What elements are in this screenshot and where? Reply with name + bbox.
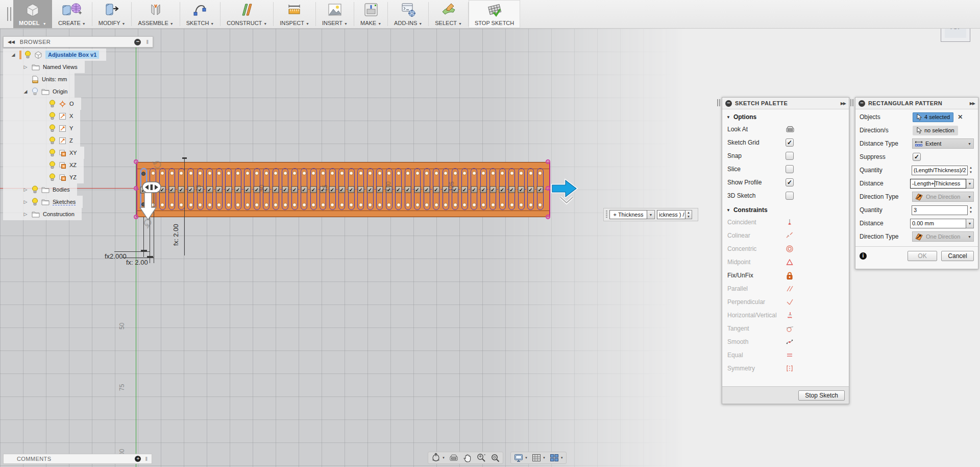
constraint-coincident[interactable]: Coincident xyxy=(722,216,849,229)
tree-row-xy[interactable]: XY xyxy=(3,147,84,159)
sketch-point[interactable] xyxy=(349,203,353,207)
sketch-point[interactable] xyxy=(227,203,231,207)
sketch-point[interactable] xyxy=(189,203,193,207)
sketch-point[interactable] xyxy=(538,171,542,175)
viewports-button[interactable]: ▼ xyxy=(549,453,564,462)
sketch-point[interactable] xyxy=(425,171,429,175)
sketch-point[interactable] xyxy=(292,171,297,175)
minimize-icon[interactable]: − xyxy=(725,100,732,107)
sketch-point[interactable] xyxy=(208,171,212,175)
direction-type-dropdown[interactable]: One Direction▼ xyxy=(912,231,974,242)
tree-row-origin[interactable]: ◢Origin xyxy=(3,85,75,98)
slot-profile[interactable]: ✓ xyxy=(480,168,487,210)
suppress-check-icon[interactable]: ✓ xyxy=(282,186,288,193)
constraint-symmetry[interactable]: Symmetry xyxy=(722,362,849,375)
minimize-icon[interactable]: − xyxy=(134,39,141,45)
sketch-point[interactable] xyxy=(302,203,306,207)
sketch-point[interactable] xyxy=(529,171,533,175)
tree-row-adjustable-box-v1[interactable]: ◢Adjustable Box v1 xyxy=(3,49,106,61)
value-spinner[interactable]: ▲▼ xyxy=(968,166,974,175)
ok-button[interactable]: OK xyxy=(908,251,937,261)
tree-row-bodies[interactable]: ▷Bodies xyxy=(3,183,77,196)
sketch-point[interactable] xyxy=(406,203,410,207)
sketch-point[interactable] xyxy=(283,203,287,207)
sketch-point[interactable] xyxy=(415,171,420,175)
slot-profile[interactable]: ✓ xyxy=(405,168,411,210)
comments-bar[interactable]: COMMENTS + ‖ xyxy=(3,454,152,464)
sketch-point[interactable] xyxy=(472,171,476,175)
look-at-view-button[interactable] xyxy=(449,453,459,462)
suppress-check-icon[interactable]: ✓ xyxy=(405,186,411,193)
sketch-point[interactable] xyxy=(321,203,325,207)
slot-profile[interactable]: ✓ xyxy=(395,168,402,210)
expand-triangle-icon[interactable]: ◢ xyxy=(22,89,29,94)
dimension-label[interactable]: fx2.000 xyxy=(105,252,127,260)
sketch-point[interactable] xyxy=(236,171,240,175)
slot-profile[interactable]: ✓ xyxy=(178,168,185,210)
expand-triangle-icon[interactable]: ◢ xyxy=(10,52,16,57)
constraint-concentric[interactable]: Concentric xyxy=(722,242,849,255)
suppress-check-icon[interactable]: ✓ xyxy=(168,186,175,193)
slot-profile[interactable]: ✓ xyxy=(489,168,496,210)
suppress-check-icon[interactable]: ✓ xyxy=(244,186,251,193)
toolbar-item-make[interactable]: MAKE▼ xyxy=(354,0,387,28)
suppress-check-icon[interactable]: ✓ xyxy=(310,186,317,193)
sketch-point[interactable] xyxy=(255,203,259,207)
suppress-check-icon[interactable]: ✓ xyxy=(291,186,298,193)
tree-row-x[interactable]: X xyxy=(3,110,80,122)
suppress-check-icon[interactable]: ✓ xyxy=(527,186,534,193)
suppress-check-icon[interactable]: ✓ xyxy=(489,186,496,193)
sketch-point[interactable] xyxy=(462,203,467,207)
slot-profile[interactable]: ✓ xyxy=(348,168,355,210)
sketch-point[interactable] xyxy=(472,203,476,207)
sketch-point[interactable] xyxy=(453,171,457,175)
3d-sketch-checkbox[interactable] xyxy=(786,192,794,200)
slot-profile[interactable]: ✓ xyxy=(291,168,298,210)
sketch-point[interactable] xyxy=(189,171,193,175)
panel-drag-grip[interactable] xyxy=(850,99,853,106)
sketch-point[interactable] xyxy=(292,203,297,207)
sketch-point[interactable] xyxy=(510,171,514,175)
sketch-point[interactable] xyxy=(340,171,344,175)
collapse-triangle-icon[interactable]: ▷ xyxy=(22,212,29,217)
constraint-perpendicular[interactable]: Perpendicular xyxy=(722,295,849,309)
slot-profile[interactable]: ✓ xyxy=(471,168,477,210)
sketch-point[interactable] xyxy=(274,203,278,207)
slot-profile[interactable]: ✓ xyxy=(433,168,439,210)
sketch-point[interactable] xyxy=(302,171,306,175)
constraints-section-header[interactable]: ▼ Constraints xyxy=(722,202,849,216)
slot-profile[interactable]: ✓ xyxy=(301,168,307,210)
slot-profile[interactable]: ✓ xyxy=(461,168,468,210)
toolbar-item-construct[interactable]: CONSTRUCT▼ xyxy=(220,0,273,28)
sketch-point[interactable] xyxy=(519,203,523,207)
suppress-check-icon[interactable]: ✓ xyxy=(499,186,506,193)
slot-profile[interactable]: ✓ xyxy=(187,168,194,210)
sketch-point[interactable] xyxy=(406,171,410,175)
dock-panel-icon[interactable]: ▶▶ xyxy=(970,101,975,106)
drag-handle-icon[interactable] xyxy=(606,211,607,219)
sketch-point[interactable] xyxy=(444,171,448,175)
sketch-point[interactable] xyxy=(434,171,438,175)
sketch-point[interactable] xyxy=(217,203,221,207)
pan-button[interactable] xyxy=(462,453,473,463)
tree-row-z[interactable]: Z xyxy=(3,134,80,147)
panel-drag-grip[interactable] xyxy=(717,99,720,106)
suppress-check-icon[interactable]: ✓ xyxy=(471,186,477,193)
fixed-constraint-point-icon[interactable]: ✕ xyxy=(546,215,550,219)
sketch-point[interactable] xyxy=(500,203,504,207)
objects-selection-chip[interactable]: 4 selected xyxy=(913,112,953,122)
suppress-check-icon[interactable]: ✓ xyxy=(216,186,223,193)
sketch-point[interactable] xyxy=(179,203,183,207)
slot-profile[interactable]: ✓ xyxy=(235,168,241,210)
dimension-label[interactable]: fx: 2.00 xyxy=(126,259,148,266)
suppress-check-icon[interactable]: ✓ xyxy=(433,186,439,193)
slot-profile[interactable]: ✓ xyxy=(518,168,525,210)
sketch-point[interactable] xyxy=(330,203,334,207)
collapse-triangle-icon[interactable]: ▷ xyxy=(22,187,29,192)
sketch-point[interactable] xyxy=(160,203,164,207)
fixed-constraint-point-icon[interactable]: ✕ xyxy=(546,159,550,164)
slot-profile[interactable]: ✓ xyxy=(244,168,251,210)
slot-profile[interactable]: ✓ xyxy=(310,168,317,210)
grid-coordinate-label[interactable]: 25 xyxy=(195,185,202,192)
workspace-switcher[interactable]: MODEL ▼ xyxy=(13,0,52,28)
